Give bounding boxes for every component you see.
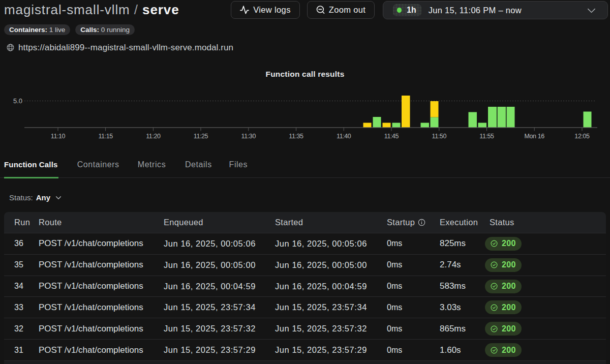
svg-text:5.0: 5.0 xyxy=(13,97,22,105)
svg-text:11:15: 11:15 xyxy=(98,133,113,140)
svg-text:11:25: 11:25 xyxy=(194,133,208,140)
svg-text:11:10: 11:10 xyxy=(51,133,66,140)
svg-text:12:05: 12:05 xyxy=(574,133,590,140)
svg-text:Mon 16: Mon 16 xyxy=(525,133,545,140)
svg-text:11:40: 11:40 xyxy=(337,133,351,140)
svg-text:11:50: 11:50 xyxy=(432,133,447,140)
svg-text:11:35: 11:35 xyxy=(289,133,303,140)
svg-text:11:55: 11:55 xyxy=(479,133,494,140)
svg-text:11:20: 11:20 xyxy=(146,133,161,140)
svg-text:11:45: 11:45 xyxy=(384,133,399,140)
svg-text:11:30: 11:30 xyxy=(241,133,256,140)
